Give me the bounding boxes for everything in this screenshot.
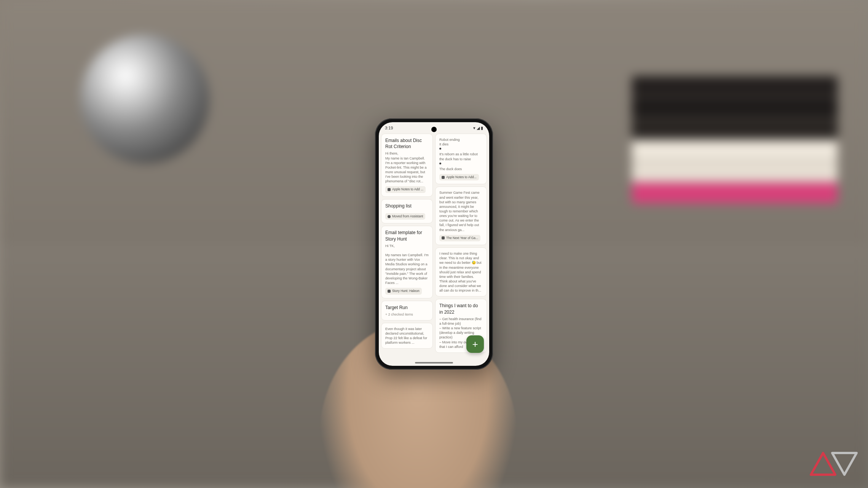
- note-title: Things I want to do in 2022: [439, 303, 483, 315]
- note-body: Robot ending It dies It's reborn as a li…: [439, 137, 483, 171]
- tag-icon: [442, 176, 445, 179]
- note-tag[interactable]: Moved from Assistant: [385, 213, 425, 220]
- wifi-icon: ▾: [473, 126, 475, 131]
- note-tag[interactable]: Story Hunt: Haleon: [385, 288, 422, 294]
- tag-icon: [388, 188, 391, 191]
- note-body: Hi TK, My names Ian Campbell. I'm a stor…: [385, 244, 429, 285]
- note-card[interactable]: Robot ending It dies It's reborn as a li…: [435, 134, 487, 184]
- note-body: Even though it was later declared uncons…: [385, 327, 429, 345]
- assistant-icon: [388, 215, 391, 218]
- note-tag[interactable]: The Next Year of Ga...: [439, 235, 480, 241]
- note-tag[interactable]: Apple Notes to Add ...: [385, 186, 426, 193]
- note-tag[interactable]: Apple Notes to Add...: [439, 174, 479, 180]
- note-title: Shopping list: [385, 203, 429, 209]
- battery-icon: ▮: [481, 126, 483, 131]
- notes-col-left: Emails about Disc Rot Criterion Hi there…: [381, 134, 433, 364]
- status-icons: ▾ ◢ ▮: [473, 126, 483, 131]
- watermark-logo: [807, 446, 860, 480]
- tag-icon: [442, 236, 445, 239]
- plus-icon: +: [472, 338, 478, 350]
- signal-icon: ◢: [477, 126, 480, 131]
- notes-col-right: Robot ending It dies It's reborn as a li…: [435, 134, 487, 364]
- note-body: Hi there, My name is Ian Campbell. I'm a…: [385, 151, 429, 183]
- notes-grid[interactable]: Emails about Disc Rot Criterion Hi there…: [379, 134, 489, 366]
- note-body: Summer Game Fest came and went earlier t…: [439, 190, 483, 232]
- new-note-fab[interactable]: +: [466, 335, 484, 353]
- note-card[interactable]: Email template for Story Hunt Hi TK, My …: [381, 226, 433, 298]
- tag-icon: [388, 290, 391, 293]
- note-title: Emails about Disc Rot Criterion: [385, 137, 429, 150]
- note-card[interactable]: Emails about Disc Rot Criterion Hi there…: [381, 134, 433, 197]
- note-card[interactable]: Shopping list Moved from Assistant: [381, 199, 433, 224]
- phone-frame: 3:19 ▾ ◢ ▮ Emails about Disc Rot Criteri…: [375, 118, 493, 370]
- note-body: I need to make one thing clear. This is …: [439, 251, 483, 293]
- note-title: Target Run: [385, 305, 429, 311]
- note-checked-summary: + 2 checked items: [385, 312, 429, 317]
- bullet-icon: [439, 163, 441, 164]
- status-time: 3:19: [385, 126, 393, 130]
- note-card[interactable]: Summer Game Fest came and went earlier t…: [435, 187, 487, 245]
- note-card[interactable]: Target Run + 2 checked items: [381, 301, 433, 321]
- note-title: Email template for Story Hunt: [385, 230, 429, 242]
- gesture-nav-bar[interactable]: [415, 362, 453, 364]
- phone-screen: 3:19 ▾ ◢ ▮ Emails about Disc Rot Criteri…: [379, 122, 489, 366]
- note-card[interactable]: Even though it was later declared uncons…: [381, 323, 433, 349]
- note-card[interactable]: I need to make one thing clear. This is …: [435, 247, 487, 297]
- bullet-icon: [439, 148, 441, 150]
- camera-hole: [431, 127, 437, 132]
